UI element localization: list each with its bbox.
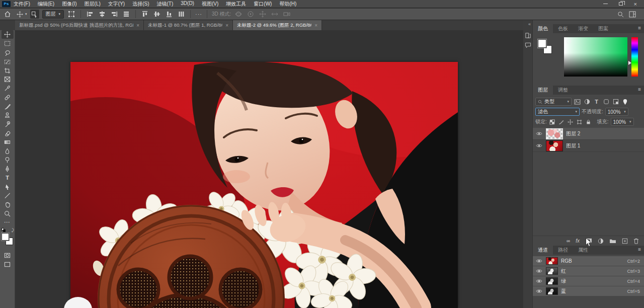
tab-swatches[interactable]: 色板	[553, 24, 573, 33]
pen-tool[interactable]	[2, 165, 14, 173]
crop-tool[interactable]	[2, 66, 14, 75]
panel-menu-icon[interactable]: ≡	[638, 86, 644, 95]
color-picker-ring[interactable]	[567, 39, 571, 44]
move-tool-icon[interactable]	[15, 10, 24, 19]
layer-row-2[interactable]: 图层 2	[533, 128, 644, 140]
document-image[interactable]	[70, 62, 458, 308]
healing-brush-tool[interactable]	[2, 93, 14, 102]
menu-image[interactable]: 图像(I)	[62, 1, 76, 8]
document-tab-1[interactable]: 新标题.psd @ 50% (PS后期快速 挑选照片的方法, RGB/8#) ×	[15, 20, 144, 30]
menu-file[interactable]: 文件(F)	[14, 1, 30, 8]
layer-style-fx-icon[interactable]: fx	[576, 238, 580, 244]
tab-patterns[interactable]: 图案	[593, 24, 613, 33]
layer-thumbnail[interactable]	[546, 128, 563, 139]
tab-paths[interactable]: 路径	[553, 246, 573, 255]
brush-tool[interactable]	[2, 102, 14, 111]
filter-smart-objects-icon[interactable]	[612, 98, 619, 105]
opacity-value[interactable]: 100%▾	[605, 108, 628, 116]
layer-row-1[interactable]: 图层 1	[533, 140, 644, 152]
hue-slider[interactable]	[631, 37, 638, 76]
align-left-icon[interactable]	[86, 10, 95, 19]
document-tab-2[interactable]: 未标题-1 @ 80.7% (图层 1, RGB/8#) * ×	[144, 20, 233, 30]
type-tool[interactable]: T	[2, 174, 14, 182]
minimize-icon[interactable]	[603, 4, 608, 4]
menu-filter[interactable]: 滤镜(T)	[157, 1, 174, 8]
menu-help[interactable]: 帮助(H)	[279, 1, 296, 8]
align-center-h-icon[interactable]	[98, 10, 107, 19]
search-icon[interactable]	[616, 10, 625, 19]
new-adjustment-layer-icon[interactable]	[598, 238, 604, 244]
shape-tool[interactable]	[2, 191, 14, 200]
lock-all-icon[interactable]	[585, 119, 592, 125]
distribute-vertical-icon[interactable]	[122, 10, 131, 19]
workspace-icon[interactable]	[628, 10, 637, 19]
channel-thumbnail[interactable]	[546, 287, 558, 295]
menu-type[interactable]: 文字(Y)	[108, 1, 125, 8]
channel-row-blue[interactable]: 蓝 Ctrl+5	[533, 286, 644, 296]
close-tab-icon[interactable]: ×	[136, 23, 139, 28]
fill-value[interactable]: 100%▾	[611, 118, 634, 126]
zoom-tool[interactable]	[2, 209, 14, 218]
frame-tool[interactable]	[2, 75, 14, 84]
chevron-down-icon[interactable]: ▾	[25, 12, 27, 16]
collapse-panels-icon[interactable]: «	[523, 20, 532, 30]
object-selection-tool[interactable]	[2, 57, 14, 66]
auto-select-icon[interactable]	[30, 10, 39, 19]
blur-tool[interactable]	[2, 147, 14, 156]
filter-type-layers-icon[interactable]: T	[593, 98, 600, 105]
lock-transparent-icon[interactable]	[549, 119, 556, 125]
history-panel-icon[interactable]	[524, 32, 532, 39]
gradient-tool[interactable]	[2, 138, 14, 146]
menu-3d[interactable]: 3D(D)	[181, 1, 194, 8]
visibility-eye-icon[interactable]	[535, 279, 543, 283]
saturation-brightness-field[interactable]	[564, 37, 627, 76]
canvas-area[interactable]	[15, 30, 523, 308]
tab-layers[interactable]: 图层	[533, 86, 553, 95]
align-right-icon[interactable]	[110, 10, 119, 19]
menu-edit[interactable]: 编辑(E)	[38, 1, 54, 8]
history-brush-tool[interactable]	[2, 120, 14, 128]
visibility-eye-icon[interactable]	[535, 259, 543, 263]
home-icon[interactable]	[3, 10, 12, 19]
hand-tool[interactable]	[2, 200, 14, 209]
menu-plugins[interactable]: 增效工具	[226, 1, 246, 8]
screen-mode-icon[interactable]	[2, 260, 14, 269]
menu-window[interactable]: 窗口(W)	[254, 1, 272, 8]
close-tab-icon[interactable]: ×	[225, 23, 228, 28]
default-colors-icon[interactable]	[2, 228, 6, 232]
visibility-eye-icon[interactable]	[535, 269, 543, 273]
link-layers-icon[interactable]: ∞	[567, 238, 570, 244]
lock-pixels-icon[interactable]	[558, 119, 565, 125]
channel-thumbnail[interactable]	[546, 267, 558, 275]
lock-position-icon[interactable]	[567, 119, 574, 125]
close-tab-icon[interactable]: ×	[314, 23, 317, 28]
more-options-icon[interactable]: ···	[195, 11, 202, 17]
filter-toggle-pin-icon[interactable]	[621, 98, 629, 105]
filter-pixel-layers-icon[interactable]	[574, 98, 581, 105]
filter-adjustment-layers-icon[interactable]	[583, 98, 591, 105]
menu-layer[interactable]: 图层(L)	[85, 1, 101, 8]
menu-view[interactable]: 视图(V)	[202, 1, 218, 8]
filter-shape-layers-icon[interactable]	[602, 98, 610, 105]
align-top-icon[interactable]	[140, 10, 149, 19]
foreground-color-swatch[interactable]	[538, 39, 546, 48]
marquee-tool[interactable]	[2, 39, 14, 48]
channel-row-green[interactable]: 绿 Ctrl+4	[533, 276, 644, 286]
layer-thumbnail[interactable]	[546, 140, 563, 151]
target-select-dropdown[interactable]: 图层▾	[42, 10, 64, 19]
channel-thumbnail[interactable]	[546, 257, 558, 265]
new-layer-icon[interactable]	[622, 238, 628, 244]
layer-filter-dropdown[interactable]: 类型▾	[535, 98, 572, 106]
clone-stamp-tool[interactable]	[2, 111, 14, 119]
swap-colors-icon[interactable]: ⤸	[12, 228, 14, 233]
foreground-color[interactable]	[2, 233, 9, 241]
lock-artboard-icon[interactable]	[576, 119, 583, 125]
eyedropper-tool[interactable]	[2, 84, 14, 93]
visibility-eye-icon[interactable]	[535, 143, 543, 148]
quick-mask-icon[interactable]	[2, 251, 14, 260]
visibility-eye-icon[interactable]	[535, 289, 543, 293]
document-tab-3-active[interactable]: 未标题-2 @ 49.6% (图层 2, RGB/8#) * ×	[233, 20, 322, 30]
comments-panel-icon[interactable]	[524, 41, 532, 49]
dodge-tool[interactable]	[2, 156, 14, 164]
move-tool[interactable]	[2, 30, 14, 39]
